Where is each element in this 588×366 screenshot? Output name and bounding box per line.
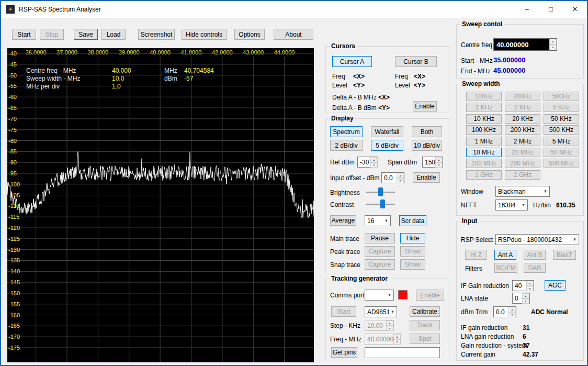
sweep-width-200hz-button[interactable]: 200Hz [505,92,540,101]
dbm-trim-spin-buttons[interactable]: ▲▼ [508,307,516,317]
spin-up-icon[interactable]: ▲ [549,39,557,45]
ref-dbm-spin-buttons[interactable]: ▲▼ [370,157,378,167]
maximize-button[interactable]: □ [539,1,563,17]
minimize-button[interactable]: – [515,1,539,17]
db5-per-div-button[interactable]: 5 dB/div [371,140,403,151]
both-mode-button[interactable]: Both [412,126,442,137]
sweep-width-5-khz-button[interactable]: 5 KHz [544,103,579,112]
brightness-slider-thumb[interactable] [378,187,383,196]
cursor-a-button[interactable]: Cursor A [332,56,372,67]
sweep-width-1-mhz-button[interactable]: 1 MHz [466,137,502,146]
sweep-width-200-mhz-button[interactable]: 200 MHz [505,159,540,168]
sweep-width-2-khz-button[interactable]: 2 KHz [505,103,540,112]
contrast-slider[interactable] [366,199,395,209]
contrast-slider-thumb[interactable] [380,199,385,208]
dab-filter-button[interactable]: DAB [524,263,546,273]
cursors-enable-button[interactable]: Enable [413,101,437,112]
average-select[interactable]: 16 ▾ [365,215,391,226]
spin-down-icon[interactable]: ▼ [508,312,516,317]
spectrum-plot[interactable]: 36.000037.000038.000039.000040.000041.00… [7,48,314,362]
lna-state-spin-buttons[interactable]: ▲▼ [522,293,529,303]
sweep-width-1-khz-button[interactable]: 1 KHz [466,103,502,112]
ant-a-button[interactable]: Ant A [494,250,516,260]
sweep-width-500-mhz-button[interactable]: 500 MHz [544,159,579,168]
tracking-device-select[interactable]: AD9851 ▾ [365,306,397,317]
step-khz-spinner[interactable]: 10.00 ▲▼ [365,320,394,331]
sweep-width-10-mhz-button[interactable]: 10 MHz [466,148,502,157]
sweep-width-5-mhz-button[interactable]: 5 MHz [544,137,579,146]
cursor-b-button[interactable]: Cursor B [395,56,437,67]
sweep-width-2-ghz-button[interactable]: 2 GHz [505,170,540,180]
step-khz-spin-buttons[interactable]: ▲▼ [386,320,393,330]
spin-down-icon[interactable]: ▼ [526,286,534,291]
spin-up-icon[interactable]: ▲ [386,320,393,326]
sweep-width-200-khz-button[interactable]: 200 KHz [505,125,540,135]
close-button[interactable]: ✕ [563,1,587,17]
snap-trace-show-button[interactable]: Show [400,259,425,270]
if-gain-spinner[interactable]: 40 ▲▼ [512,280,534,291]
sweep-width-10-khz-button[interactable]: 10 KHz [466,114,502,124]
span-dbm-spin-buttons[interactable]: ▲▼ [435,157,443,167]
sweep-width-500-khz-button[interactable]: 500 KHz [544,125,579,135]
sweep-width-500hz-button[interactable]: 500Hz [544,92,579,101]
spin-up-icon[interactable]: ▲ [370,157,378,162]
peak-trace-show-button[interactable]: Show [400,246,425,257]
spin-down-icon[interactable]: ▼ [435,162,443,168]
sweep-width-20-mhz-button[interactable]: 20 MHz [505,148,540,157]
sweep-width-100hz-button[interactable]: 100Hz [466,92,502,101]
waterfall-mode-button[interactable]: Waterfall [371,126,403,137]
dbm-trim-spinner[interactable]: 0.0 ▲▼ [493,306,516,317]
spin-up-icon[interactable]: ▲ [397,173,404,178]
nfft-select[interactable]: 16384 ▾ [495,199,528,210]
brightness-slider[interactable] [366,187,395,197]
agc-button[interactable]: AGC [545,280,566,291]
centre-freq-spin-buttons[interactable]: ▲▼ [549,39,557,50]
spin-down-icon[interactable]: ▼ [393,339,401,345]
sweep-width-100-mhz-button[interactable]: 100 MHz [466,159,502,168]
screenshot-button[interactable]: Screenshot [138,29,175,40]
sweep-width-20-khz-button[interactable]: 20 KHz [505,114,540,124]
centre-freq-field[interactable]: 40.000000 ▲▼ [493,38,557,51]
input-offset-enable-button[interactable]: Enable [413,172,440,183]
bias-t-button[interactable]: BiasT [553,250,576,260]
ant-b-button[interactable]: Ant B [524,250,546,260]
get-pins-button[interactable]: Get pins [331,347,357,358]
track-button[interactable]: Track [410,320,440,330]
spin-down-icon[interactable]: ▼ [549,45,557,50]
average-button[interactable]: Average [330,215,356,226]
hi-z-button[interactable]: Hi Z [465,250,487,260]
options-button[interactable]: Options [234,29,265,40]
spin-up-icon[interactable]: ▲ [526,281,534,286]
if-gain-spin-buttons[interactable]: ▲▼ [526,281,534,291]
spin-up-icon[interactable]: ▲ [522,293,529,298]
lna-state-spinner[interactable]: 0 ▲▼ [512,293,530,304]
peak-trace-capture-button[interactable]: Capture [365,246,395,257]
pins-field[interactable] [365,347,440,358]
spin-up-icon[interactable]: ▲ [435,157,443,162]
tracking-enable-button[interactable]: Enable [416,290,444,301]
window-select[interactable]: Blackman ▾ [495,186,550,197]
scr-data-button[interactable]: Scr data [399,215,426,226]
spin-down-icon[interactable]: ▼ [397,178,404,183]
spin-down-icon[interactable]: ▼ [522,298,529,304]
db2-per-div-button[interactable]: 2 dB/div [330,140,363,151]
ref-dbm-spinner[interactable]: -30 ▲▼ [357,157,378,168]
rsp-select[interactable]: RSPduo - 1800001432 ▾ [495,234,579,245]
spin-up-icon[interactable]: ▲ [393,334,401,339]
input-offset-spin-buttons[interactable]: ▲▼ [397,173,404,183]
db10-per-div-button[interactable]: 10 dB/div [412,140,442,151]
calibrate-button[interactable]: Calibrate [410,306,440,317]
span-dbm-spinner[interactable]: 150 ▲▼ [422,157,443,168]
comms-port-select[interactable]: ▾ [365,290,394,301]
sweep-width-2-mhz-button[interactable]: 2 MHz [505,137,540,146]
spin-down-icon[interactable]: ▼ [386,326,393,331]
bcfm-filter-button[interactable]: BC/FM [494,263,517,273]
spin-down-icon[interactable]: ▼ [370,162,378,168]
spot-button[interactable]: Spot [410,334,440,344]
spectrum-mode-button[interactable]: Spectrum [330,126,363,137]
about-button[interactable]: About [274,29,313,40]
tracking-start-button[interactable]: Start [331,306,356,317]
snap-trace-capture-button[interactable]: Capture [365,259,395,270]
hide-controls-button[interactable]: Hide controls [182,29,227,40]
tg-freq-spin-buttons[interactable]: ▲▼ [393,334,401,344]
